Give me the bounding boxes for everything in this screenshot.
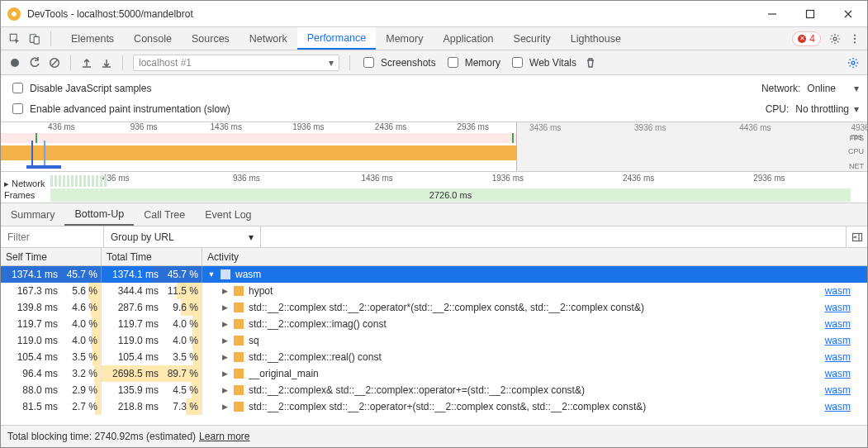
table-row[interactable]: 167.3 ms5.6 %344.4 ms11.5 %▶hypotwasm <box>1 283 867 299</box>
toggle-sidebar-icon[interactable] <box>846 226 867 247</box>
table-row[interactable]: 96.4 ms3.2 %2698.5 ms89.7 %▶__original_m… <box>1 365 867 382</box>
disclosure-triangle-icon[interactable]: ▶ <box>221 320 229 328</box>
status-bar: Total blocking time: 2740.92ms (estimate… <box>1 426 867 447</box>
record-icon[interactable] <box>9 57 21 69</box>
activity-name: std::__2::complex& std::__2::complex::op… <box>249 384 867 396</box>
device-toggle-icon[interactable] <box>29 33 40 45</box>
subtab-summary[interactable]: Summary <box>1 203 64 226</box>
screenshots-checkbox[interactable]: Screenshots <box>360 55 436 70</box>
activity-name: std::__2::complex::imag() const <box>249 318 867 330</box>
tick: 2936 ms <box>458 122 489 131</box>
main-tabbar: ElementsConsoleSourcesNetworkPerformance… <box>1 27 867 50</box>
paint-instrumentation-checkbox[interactable]: Enable advanced paint instrumentation (s… <box>9 101 230 117</box>
tick: 1936 ms <box>492 174 524 183</box>
disclosure-triangle-icon[interactable]: ▶ <box>221 287 229 295</box>
svg-point-8 <box>11 59 19 67</box>
table-row[interactable]: 105.4 ms3.5 %105.4 ms3.5 %▶std::__2::com… <box>1 349 867 365</box>
table-row[interactable]: 88.0 ms2.9 %135.9 ms4.5 %▶std::__2::comp… <box>1 382 867 398</box>
tab-console[interactable]: Console <box>124 27 182 50</box>
trash-icon[interactable] <box>585 57 596 69</box>
memory-checkbox[interactable]: Memory <box>444 55 500 70</box>
tab-sources[interactable]: Sources <box>182 27 240 50</box>
disclosure-triangle-icon[interactable]: ▶ <box>221 353 229 361</box>
subtab-bottom-up[interactable]: Bottom-Up <box>64 203 134 226</box>
source-link[interactable]: wasm <box>825 384 851 396</box>
source-link[interactable]: wasm <box>825 285 851 297</box>
tab-lighthouse[interactable]: Lighthouse <box>561 27 631 50</box>
tab-elements[interactable]: Elements <box>61 27 124 50</box>
group-by-select[interactable]: Group by URL▾ <box>104 226 261 247</box>
upload-icon[interactable] <box>81 57 92 69</box>
error-icon: ✕ <box>798 35 806 43</box>
filter-input[interactable] <box>1 226 104 247</box>
webvitals-checkbox[interactable]: Web Vitals <box>509 55 576 70</box>
table-row[interactable]: 1374.1 ms45.7 %1374.1 ms45.7 %▼wasm <box>1 266 867 283</box>
source-link[interactable]: wasm <box>825 351 851 363</box>
close-button[interactable] <box>829 1 867 27</box>
chevron-down-icon: ▾ <box>854 103 859 115</box>
category-swatch-icon <box>234 303 244 312</box>
target-select[interactable]: localhost #1▾ <box>133 55 339 71</box>
source-link[interactable]: wasm <box>825 368 851 379</box>
disclosure-triangle-icon[interactable]: ▼ <box>207 270 216 279</box>
tab-memory[interactable]: Memory <box>376 27 433 50</box>
disclosure-triangle-icon[interactable]: ▶ <box>221 336 229 345</box>
tick: 436 ms <box>48 122 75 131</box>
settings-gear-icon[interactable] <box>829 33 841 45</box>
tab-performance[interactable]: Performance <box>297 27 377 50</box>
overview-inactive-region: 3436 ms3936 ms4436 ms4936 ms FPS CPU NET <box>516 122 867 171</box>
error-badge[interactable]: ✕4 <box>792 31 821 46</box>
source-link[interactable]: wasm <box>825 302 851 313</box>
header-activity[interactable]: Activity <box>202 248 867 265</box>
tab-network[interactable]: Network <box>240 27 297 50</box>
chevron-down-icon: ▾ <box>329 57 334 69</box>
minimize-button[interactable] <box>753 1 791 27</box>
table-row[interactable]: 119.0 ms4.0 %119.0 ms4.0 %▶sqwasm <box>1 332 867 349</box>
source-link[interactable]: wasm <box>825 401 851 412</box>
tab-security[interactable]: Security <box>504 27 561 50</box>
activity-name: std::__2::complex::real() const <box>249 351 867 363</box>
tbt-text: Total blocking time: 2740.92ms (estimate… <box>7 431 196 442</box>
tick: 936 ms <box>233 174 260 183</box>
svg-point-6 <box>854 37 856 39</box>
category-swatch-icon <box>234 402 244 412</box>
source-link[interactable]: wasm <box>825 318 851 330</box>
activity-name: __original_main <box>249 368 867 379</box>
disable-js-checkbox[interactable]: Disable JavaScript samples <box>9 80 151 96</box>
source-link[interactable]: wasm <box>825 335 851 346</box>
table-row[interactable]: 139.8 ms4.6 %287.6 ms9.6 %▶std::__2::com… <box>1 299 867 316</box>
inspect-icon[interactable] <box>9 33 21 45</box>
titlebar: DevTools - localhost:5000/mandelbrot <box>1 1 867 27</box>
network-select[interactable]: Online ▾ <box>807 83 859 94</box>
frame-block[interactable]: 2726.0 ms <box>50 188 851 202</box>
download-icon[interactable] <box>101 57 112 69</box>
details-tabbar: SummaryBottom-UpCall TreeEvent Log <box>1 203 867 226</box>
cpu-label: CPU: <box>766 103 790 115</box>
header-self-time[interactable]: Self Time <box>1 248 102 265</box>
disclosure-triangle-icon[interactable]: ▶ <box>221 303 229 312</box>
network-track-label[interactable]: ▸ Network <box>4 179 45 189</box>
activity-name: std::__2::complex std::__2::operator+(st… <box>249 401 867 412</box>
timeline[interactable]: 436 ms936 ms1436 ms1936 ms2436 ms2936 ms… <box>1 172 867 203</box>
tab-application[interactable]: Application <box>433 27 503 50</box>
maximize-button[interactable] <box>791 1 829 27</box>
more-icon[interactable] <box>849 33 861 45</box>
clear-icon[interactable] <box>49 57 60 69</box>
subtab-event-log[interactable]: Event Log <box>195 203 261 226</box>
subtab-call-tree[interactable]: Call Tree <box>134 203 195 226</box>
disclosure-triangle-icon[interactable]: ▶ <box>221 386 229 394</box>
table-row[interactable]: 81.5 ms2.7 %218.8 ms7.3 %▶std::__2::comp… <box>1 398 867 415</box>
frames-track-label[interactable]: Frames <box>4 190 35 200</box>
header-total-time[interactable]: Total Time <box>102 248 202 265</box>
table-row[interactable]: 119.7 ms4.0 %119.7 ms4.0 %▶std::__2::com… <box>1 316 867 332</box>
reload-icon[interactable] <box>29 57 40 69</box>
overview-minimap[interactable]: 436 ms936 ms1436 ms1936 ms2436 ms2936 ms… <box>1 122 867 172</box>
tick: 1936 ms <box>292 122 324 131</box>
disclosure-triangle-icon[interactable]: ▶ <box>221 403 229 411</box>
chevron-down-icon: ▾ <box>249 231 254 243</box>
category-swatch-icon <box>221 269 230 279</box>
disclosure-triangle-icon[interactable]: ▶ <box>221 369 229 378</box>
learn-more-link[interactable]: Learn more <box>199 431 249 442</box>
capture-settings-gear-icon[interactable] <box>847 57 859 69</box>
cpu-select[interactable]: No throttling▾ <box>795 103 859 115</box>
